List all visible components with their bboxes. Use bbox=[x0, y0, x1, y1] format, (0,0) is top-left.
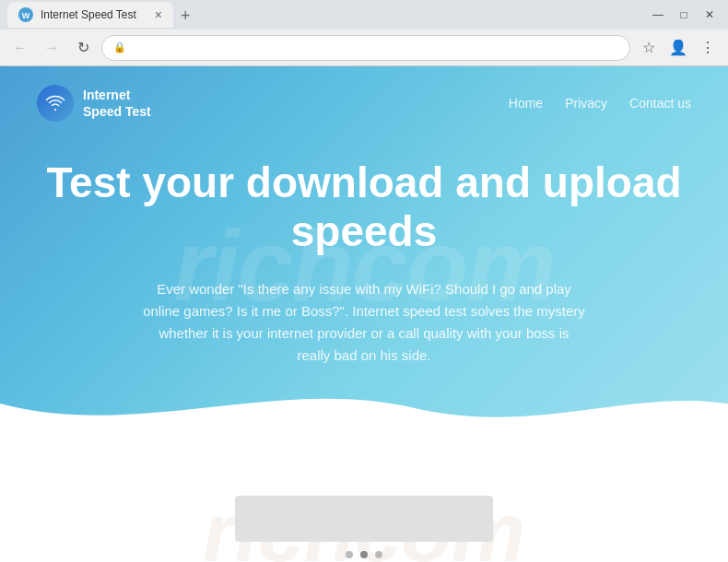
main-content: richcom bbox=[0, 440, 728, 562]
wave-divider bbox=[0, 376, 728, 440]
minimize-button[interactable]: — bbox=[647, 6, 669, 24]
nav-privacy-link[interactable]: Privacy bbox=[565, 96, 607, 111]
hero-content: Test your download and upload speeds Eve… bbox=[37, 158, 691, 367]
new-tab-button[interactable]: + bbox=[173, 6, 198, 26]
nav-actions: ☆ 👤 ⋮ bbox=[636, 35, 721, 61]
maximize-button[interactable]: □ bbox=[673, 6, 695, 24]
close-button[interactable]: ✕ bbox=[699, 6, 721, 24]
lock-icon: 🔒 bbox=[113, 41, 126, 53]
speed-widget-placeholder bbox=[235, 496, 493, 542]
nav-home-link[interactable]: Home bbox=[509, 96, 543, 111]
wave-svg bbox=[0, 376, 728, 440]
tab-bar: W Internet Speed Test × + bbox=[7, 2, 643, 28]
wifi-icon bbox=[44, 92, 66, 114]
site-logo: Internet Speed Test bbox=[37, 85, 151, 122]
address-bar[interactable]: 🔒 bbox=[101, 35, 630, 61]
site-navigation-links: Home Privacy Contact us bbox=[509, 96, 691, 111]
hero-title: Test your download and upload speeds bbox=[37, 158, 691, 256]
profile-button[interactable]: 👤 bbox=[665, 35, 691, 61]
widget-dots bbox=[346, 551, 382, 558]
title-bar: W Internet Speed Test × + — □ ✕ bbox=[0, 0, 728, 29]
webpage: richcom Internet Speed bbox=[0, 66, 728, 562]
nav-contact-link[interactable]: Contact us bbox=[629, 96, 691, 111]
logo-text: Internet Speed Test bbox=[83, 87, 151, 120]
reload-button[interactable]: ↻ bbox=[70, 35, 96, 61]
tab-title: Internet Speed Test bbox=[41, 8, 136, 21]
tab-close-button[interactable]: × bbox=[155, 7, 162, 22]
dot-3 bbox=[375, 551, 382, 558]
window-controls: — □ ✕ bbox=[647, 6, 721, 24]
svg-text:W: W bbox=[22, 11, 30, 20]
bookmark-button[interactable]: ☆ bbox=[636, 35, 662, 61]
hero-section: richcom Internet Speed bbox=[0, 66, 728, 440]
back-button[interactable]: ← bbox=[7, 35, 33, 61]
dot-1 bbox=[346, 551, 353, 558]
active-tab[interactable]: W Internet Speed Test × bbox=[7, 2, 173, 28]
more-button[interactable]: ⋮ bbox=[695, 35, 721, 61]
tab-favicon: W bbox=[18, 7, 33, 22]
nav-bar: ← → ↻ 🔒 ☆ 👤 ⋮ bbox=[0, 29, 728, 66]
hero-subtitle: Ever wonder "Is there any issue with my … bbox=[143, 278, 585, 367]
browser-window: W Internet Speed Test × + — □ ✕ ← → ↻ 🔒 … bbox=[0, 0, 728, 562]
speed-test-area bbox=[55, 477, 673, 558]
site-nav: Internet Speed Test Home Privacy Contact… bbox=[37, 85, 691, 122]
dot-2 bbox=[360, 551, 368, 558]
forward-button[interactable]: → bbox=[39, 35, 65, 61]
logo-icon bbox=[37, 85, 74, 122]
